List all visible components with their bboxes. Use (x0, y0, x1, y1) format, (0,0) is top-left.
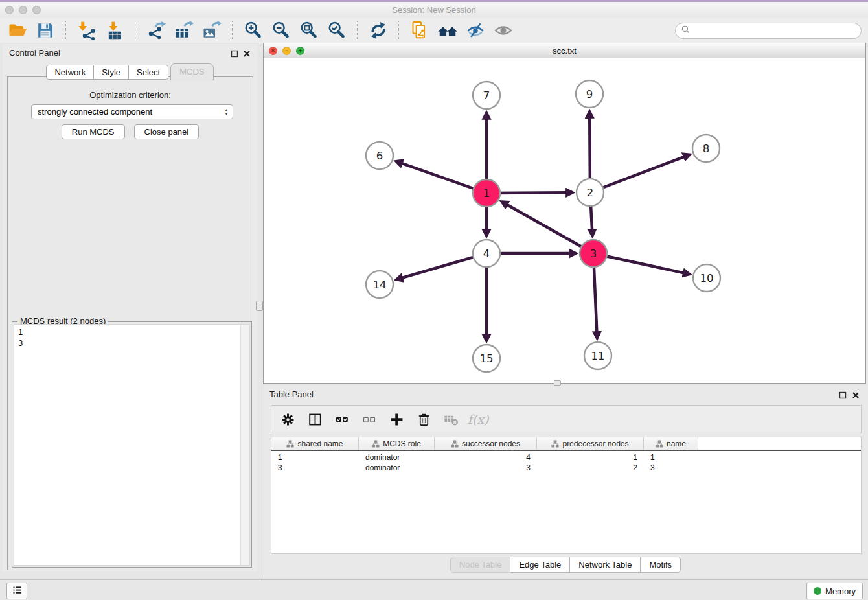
settings-gear-icon[interactable] (279, 411, 296, 428)
function-builder-icon: f(x) (470, 411, 486, 428)
delete-table-icon (442, 411, 459, 428)
result-scrollbar[interactable] (240, 325, 249, 565)
network-resize-grip[interactable] (554, 380, 561, 386)
control-panel-tabs: NetworkStyleSelectMCDS (3, 63, 257, 80)
network-graph: 7968124314101511 (264, 58, 865, 383)
split-panel-icon[interactable] (306, 411, 323, 428)
close-table-panel-icon[interactable] (852, 390, 860, 398)
table-panel-title: Table Panel (269, 389, 314, 399)
control-tab-mcds[interactable]: MCDS (170, 63, 213, 80)
open-session-icon[interactable] (6, 20, 29, 41)
column-header-shared-name[interactable]: shared name (271, 437, 359, 450)
float-table-panel-icon[interactable] (839, 390, 847, 398)
memory-button[interactable]: Memory (806, 583, 863, 599)
control-tab-network[interactable]: Network (46, 65, 94, 80)
column-header-successor-nodes[interactable]: successor nodes (435, 437, 537, 450)
add-column-icon[interactable] (388, 411, 405, 428)
tree-icon (451, 440, 459, 448)
export-table-icon[interactable] (173, 20, 195, 41)
cell-predecessor-nodes: 1 (537, 453, 644, 462)
refresh-icon[interactable] (367, 20, 389, 41)
graph-node-label-15: 15 (480, 352, 494, 365)
cell-name: 1 (644, 453, 698, 462)
table-tab-network-table[interactable]: Network Table (570, 557, 641, 573)
graph-edge-2-8[interactable] (590, 157, 684, 192)
table-tab-node-table[interactable]: Node Table (450, 557, 511, 573)
table-header-row: shared nameMCDS rolesuccessor nodesprede… (271, 437, 861, 451)
zoom-selected-icon[interactable] (326, 20, 348, 41)
import-network-icon[interactable] (76, 20, 98, 41)
zoom-in-icon[interactable] (242, 20, 264, 41)
delete-column-icon[interactable] (415, 411, 432, 428)
close-panel-button[interactable]: Close panel (134, 124, 200, 139)
tree-icon (372, 440, 380, 448)
status-bar: Memory (0, 579, 868, 600)
show-details-icon (492, 20, 514, 41)
table-row[interactable]: 3dominator323 (271, 463, 861, 473)
cell-successor-nodes: 3 (435, 463, 537, 472)
column-header-mcds-role[interactable]: MCDS role (359, 437, 435, 450)
tree-icon (551, 440, 559, 448)
zoom-fit-icon[interactable] (298, 20, 320, 41)
graph-node-label-2: 2 (587, 187, 594, 199)
control-panel-title: Control Panel (9, 48, 60, 58)
network-window: × − + scc.txt 7968124314101511 (263, 43, 866, 384)
tree-icon (656, 440, 663, 448)
node-table: shared nameMCDS rolesuccessor nodesprede… (271, 437, 862, 554)
save-session-icon[interactable] (34, 20, 56, 41)
zoom-out-icon[interactable] (270, 20, 292, 41)
hide-details-icon[interactable] (464, 20, 486, 41)
home-icon[interactable] (437, 20, 459, 41)
table-tab-edge-table[interactable]: Edge Table (510, 557, 570, 573)
header-filler (698, 437, 861, 450)
graph-node-label-3: 3 (590, 248, 597, 260)
control-tab-select[interactable]: Select (129, 65, 168, 80)
export-image-icon[interactable] (201, 20, 223, 41)
column-header-label: predecessor nodes (562, 439, 628, 448)
cell-successor-nodes: 4 (435, 453, 537, 462)
float-panel-icon[interactable] (231, 49, 239, 57)
search-box[interactable] (675, 23, 862, 39)
search-icon (681, 25, 691, 37)
memory-label: Memory (825, 586, 856, 596)
column-header-predecessor-nodes[interactable]: predecessor nodes (537, 437, 644, 450)
optimization-criterion-select[interactable]: strongly connected component ▲▼ (31, 104, 233, 119)
table-tab-motifs[interactable]: Motifs (641, 557, 681, 573)
graph-edge-3-1[interactable] (507, 205, 593, 253)
memory-status-dot (814, 587, 821, 595)
mcds-result-text[interactable]: 1 3 (14, 325, 240, 565)
column-header-label: successor nodes (462, 439, 520, 448)
task-history-button[interactable] (6, 583, 27, 599)
cell-shared-name: 1 (271, 453, 359, 462)
cell-shared-name: 3 (271, 463, 359, 472)
graph-node-label-14: 14 (373, 279, 387, 291)
optimization-criterion-value: strongly connected component (38, 107, 152, 117)
list-icon (12, 584, 23, 598)
column-header-label: shared name (297, 439, 343, 448)
main-toolbar (0, 18, 868, 43)
cell-mcds-role: dominator (359, 453, 435, 462)
column-header-label: MCDS role (383, 439, 421, 448)
select-all-icon[interactable] (334, 411, 350, 428)
close-panel-icon[interactable] (243, 49, 251, 57)
splitter-grip[interactable] (256, 301, 263, 311)
column-header-label: name (667, 439, 686, 448)
graph-node-label-8: 8 (703, 143, 710, 155)
search-input[interactable] (694, 25, 856, 36)
import-table-icon[interactable] (104, 20, 126, 41)
control-tab-style[interactable]: Style (94, 65, 129, 80)
column-header-name[interactable]: name (644, 437, 698, 450)
table-row[interactable]: 1dominator411 (271, 452, 861, 463)
vertical-splitter[interactable] (260, 43, 260, 579)
run-mcds-button[interactable]: Run MCDS (62, 124, 125, 139)
tree-icon (286, 440, 294, 448)
network-canvas[interactable]: 7968124314101511 (264, 58, 865, 383)
graph-node-label-10: 10 (700, 272, 714, 284)
mcds-panel: Optimization criterion: strongly connect… (7, 76, 253, 570)
optimization-criterion-label: Optimization criterion: (8, 90, 253, 100)
select-stepper-icon: ▲▼ (224, 108, 229, 116)
mcds-result-box: MCDS result (2 nodes) 1 3 (12, 321, 252, 568)
deselect-all-icon[interactable] (361, 411, 378, 428)
clone-network-icon[interactable] (409, 20, 431, 41)
export-network-icon[interactable] (145, 20, 167, 41)
